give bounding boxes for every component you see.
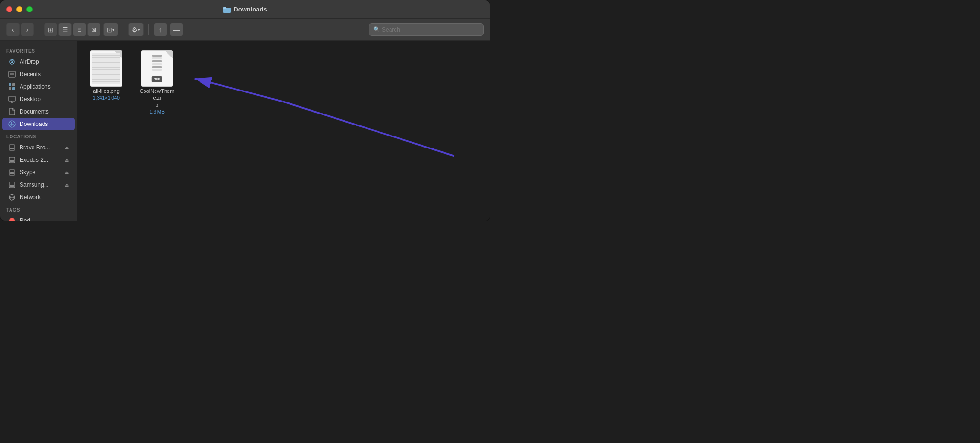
- search-input[interactable]: [382, 26, 479, 33]
- svg-rect-16: [10, 148, 14, 149]
- tags-icon: —: [173, 26, 180, 34]
- file-name-png: all-files.png: [93, 88, 120, 94]
- sidebar-item-documents[interactable]: Documents: [2, 105, 75, 118]
- toolbar: ‹ › ⊞ ☰ ⊟ ⊠ ⊡ ▾: [0, 19, 490, 41]
- svg-rect-4: [9, 71, 15, 77]
- column-view-button[interactable]: ⊟: [73, 23, 86, 36]
- main-area: Favorites AirDrop: [0, 41, 490, 221]
- file-meta-png: 1,341×1,040: [93, 95, 120, 101]
- file-name-zip: CoolNewTheme.zip: [138, 88, 176, 108]
- applications-icon: [8, 83, 16, 91]
- zip-corner: [165, 51, 173, 58]
- zip-stripe-6: [152, 69, 162, 71]
- file-area: all-files.png 1,341×1,040: [77, 41, 490, 221]
- file-item-png[interactable]: all-files.png 1,341×1,040: [85, 48, 128, 117]
- column-view-icon: ⊟: [77, 26, 82, 33]
- tags-section-label: Tags: [0, 204, 77, 215]
- sidebar-item-tag-red[interactable]: Red: [2, 215, 75, 221]
- zip-icon: ZIP: [141, 50, 173, 87]
- eject-samsung-button[interactable]: ⏏: [65, 182, 69, 188]
- list-view-button[interactable]: ☰: [58, 23, 72, 36]
- svg-rect-20: [10, 172, 14, 174]
- documents-icon: [8, 108, 16, 115]
- eject-exodus-button[interactable]: ⏏: [65, 158, 69, 163]
- svg-rect-10: [12, 87, 15, 90]
- svg-rect-22: [10, 185, 14, 187]
- desktop-icon: [8, 95, 16, 103]
- titlebar: Downloads: [0, 0, 490, 19]
- file-item-zip[interactable]: ZIP CoolNewTheme.zip 1.3 MB: [135, 48, 178, 117]
- sidebar-item-exodus[interactable]: Exodus 2... ⏏: [2, 154, 75, 166]
- back-icon: ‹: [12, 26, 14, 34]
- favorites-section-label: Favorites: [0, 45, 77, 56]
- sidebar-downloads-label: Downloads: [20, 121, 69, 127]
- gallery-icon: ⊡: [107, 26, 112, 34]
- cover-view-icon: ⊠: [91, 26, 96, 33]
- sidebar-item-network[interactable]: Network: [2, 191, 75, 204]
- tag-red-icon: [8, 217, 16, 221]
- zip-label: ZIP: [152, 76, 162, 82]
- traffic-lights: [6, 6, 33, 12]
- eject-brave-button[interactable]: ⏏: [65, 145, 69, 150]
- gallery-dropdown-icon: ▾: [112, 27, 115, 32]
- sidebar-applications-label: Applications: [20, 83, 69, 90]
- sidebar-skype-label: Skype: [20, 169, 61, 176]
- sidebar-item-downloads[interactable]: Downloads: [2, 118, 75, 130]
- action-gear-button[interactable]: ⚙ ▾: [128, 23, 144, 36]
- close-button[interactable]: [6, 6, 12, 12]
- drive-icon-samsung: [8, 181, 16, 189]
- svg-rect-9: [9, 87, 11, 90]
- toolbar-sep-3: [148, 24, 149, 35]
- nav-buttons: ‹ ›: [6, 23, 34, 36]
- png-preview: [92, 53, 120, 84]
- sidebar-item-brave[interactable]: Brave Bro... ⏏: [2, 141, 75, 154]
- sidebar-network-label: Network: [20, 194, 69, 201]
- sidebar-item-samsung[interactable]: Samsung... ⏏: [2, 179, 75, 191]
- sidebar-item-applications[interactable]: Applications: [2, 80, 75, 93]
- drive-icon-exodus: [8, 156, 16, 164]
- drive-icon-brave: [8, 144, 16, 151]
- sidebar-item-desktop[interactable]: Desktop: [2, 93, 75, 105]
- sidebar-item-recents[interactable]: Recents: [2, 68, 75, 80]
- sidebar-samsung-label: Samsung...: [20, 182, 61, 188]
- svg-rect-11: [9, 96, 15, 101]
- sidebar-item-skype[interactable]: Skype ⏏: [2, 166, 75, 179]
- forward-icon: ›: [26, 26, 29, 34]
- view-buttons: ⊞ ☰ ⊟ ⊠: [44, 23, 100, 36]
- file-grid: all-files.png 1,341×1,040: [85, 48, 482, 117]
- gallery-view-button[interactable]: ⊡ ▾: [103, 23, 118, 36]
- gear-dropdown-icon: ▾: [138, 27, 140, 32]
- edit-tags-button[interactable]: —: [170, 23, 183, 36]
- forward-button[interactable]: ›: [21, 23, 34, 36]
- sidebar-item-airdrop[interactable]: AirDrop: [2, 56, 75, 68]
- eject-skype-button[interactable]: ⏏: [65, 170, 69, 175]
- sidebar-recents-label: Recents: [20, 71, 69, 78]
- file-thumb-zip: ZIP: [140, 51, 174, 86]
- file-meta-zip: 1.3 MB: [149, 109, 165, 114]
- zip-stripe-4: [152, 63, 162, 65]
- sidebar-airdrop-label: AirDrop: [20, 58, 69, 65]
- share-button[interactable]: ↑: [154, 23, 167, 36]
- search-bar[interactable]: 🔍: [369, 23, 484, 36]
- zip-stripes: [152, 55, 162, 72]
- sidebar-exodus-label: Exodus 2...: [20, 157, 61, 163]
- gallery-view-group: ⊡ ▾: [103, 23, 118, 36]
- network-icon: [8, 193, 16, 201]
- zip-stripe-1: [152, 55, 162, 57]
- drive-icon-skype: [8, 169, 16, 176]
- toolbar-sep-1: [39, 24, 39, 35]
- icon-view-button[interactable]: ⊞: [44, 23, 57, 36]
- svg-rect-18: [10, 160, 14, 162]
- zip-stripe-5: [152, 66, 162, 68]
- share-icon: ↑: [159, 26, 162, 34]
- sidebar-desktop-label: Desktop: [20, 96, 69, 102]
- minimize-button[interactable]: [16, 6, 22, 12]
- downloads-icon: [8, 120, 16, 128]
- search-icon: 🔍: [373, 26, 380, 33]
- window-title: Downloads: [223, 6, 267, 13]
- cover-view-button[interactable]: ⊠: [87, 23, 100, 36]
- maximize-button[interactable]: [26, 6, 33, 12]
- back-button[interactable]: ‹: [6, 23, 20, 36]
- svg-rect-1: [223, 7, 226, 9]
- file-thumb-png: [89, 51, 123, 86]
